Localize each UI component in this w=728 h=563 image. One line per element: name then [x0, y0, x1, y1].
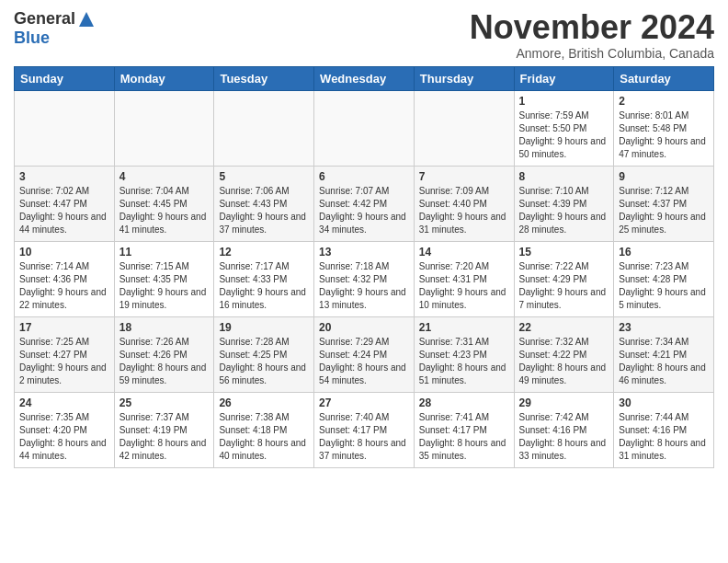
calendar-cell — [414, 90, 514, 166]
day-info: Sunrise: 7:40 AM Sunset: 4:17 PM Dayligh… — [319, 411, 409, 463]
day-number: 13 — [319, 246, 409, 259]
header-thursday: Thursday — [414, 66, 514, 90]
logo-blue-text: Blue — [14, 29, 50, 48]
calendar-cell: 10Sunrise: 7:14 AM Sunset: 4:36 PM Dayli… — [15, 241, 115, 316]
day-number: 16 — [619, 246, 709, 259]
calendar-cell: 22Sunrise: 7:32 AM Sunset: 4:22 PM Dayli… — [514, 316, 614, 392]
day-number: 30 — [619, 396, 709, 409]
header-saturday: Saturday — [614, 66, 714, 90]
logo-icon — [77, 10, 96, 29]
calendar-cell: 30Sunrise: 7:44 AM Sunset: 4:16 PM Dayli… — [614, 392, 714, 467]
day-number: 9 — [619, 170, 709, 183]
day-info: Sunrise: 7:28 AM Sunset: 4:25 PM Dayligh… — [219, 336, 309, 387]
calendar-cell: 23Sunrise: 7:34 AM Sunset: 4:21 PM Dayli… — [614, 316, 714, 392]
calendar-cell: 6Sunrise: 7:07 AM Sunset: 4:42 PM Daylig… — [314, 166, 415, 241]
day-number: 25 — [119, 396, 210, 409]
logo: General Blue — [14, 9, 96, 48]
svg-marker-0 — [79, 12, 94, 27]
calendar-cell: 20Sunrise: 7:29 AM Sunset: 4:24 PM Dayli… — [314, 316, 415, 392]
calendar-cell: 19Sunrise: 7:28 AM Sunset: 4:25 PM Dayli… — [214, 316, 314, 392]
day-number: 3 — [19, 170, 109, 183]
day-number: 1 — [519, 95, 609, 108]
calendar-cell: 12Sunrise: 7:17 AM Sunset: 4:33 PM Dayli… — [214, 241, 314, 316]
header-wednesday: Wednesday — [314, 66, 415, 90]
day-number: 8 — [519, 170, 609, 183]
day-number: 6 — [319, 170, 409, 183]
day-number: 24 — [19, 396, 109, 409]
calendar-cell: 15Sunrise: 7:22 AM Sunset: 4:29 PM Dayli… — [514, 241, 614, 316]
calendar-cell: 26Sunrise: 7:38 AM Sunset: 4:18 PM Dayli… — [214, 392, 314, 467]
day-info: Sunrise: 7:18 AM Sunset: 4:32 PM Dayligh… — [319, 260, 409, 312]
day-info: Sunrise: 7:37 AM Sunset: 4:19 PM Dayligh… — [119, 411, 210, 463]
calendar-table: Sunday Monday Tuesday Wednesday Thursday… — [14, 66, 714, 468]
calendar-cell: 11Sunrise: 7:15 AM Sunset: 4:35 PM Dayli… — [114, 241, 214, 316]
day-info: Sunrise: 7:34 AM Sunset: 4:21 PM Dayligh… — [619, 336, 709, 387]
day-number: 26 — [219, 396, 309, 409]
calendar-week-3: 10Sunrise: 7:14 AM Sunset: 4:36 PM Dayli… — [15, 241, 714, 316]
calendar-cell — [314, 90, 415, 166]
calendar-cell — [15, 90, 115, 166]
calendar-cell: 4Sunrise: 7:04 AM Sunset: 4:45 PM Daylig… — [114, 166, 214, 241]
calendar-week-4: 17Sunrise: 7:25 AM Sunset: 4:27 PM Dayli… — [15, 316, 714, 392]
day-number: 17 — [19, 321, 109, 334]
day-info: Sunrise: 7:44 AM Sunset: 4:16 PM Dayligh… — [619, 411, 709, 463]
header: General Blue November 2024 Anmore, Briti… — [14, 9, 714, 61]
day-info: Sunrise: 7:15 AM Sunset: 4:35 PM Dayligh… — [119, 260, 210, 312]
calendar-cell: 13Sunrise: 7:18 AM Sunset: 4:32 PM Dayli… — [314, 241, 415, 316]
calendar-cell: 25Sunrise: 7:37 AM Sunset: 4:19 PM Dayli… — [114, 392, 214, 467]
day-number: 4 — [119, 170, 210, 183]
calendar-cell: 8Sunrise: 7:10 AM Sunset: 4:39 PM Daylig… — [514, 166, 614, 241]
day-info: Sunrise: 7:59 AM Sunset: 5:50 PM Dayligh… — [519, 109, 609, 161]
calendar-cell: 17Sunrise: 7:25 AM Sunset: 4:27 PM Dayli… — [15, 316, 115, 392]
day-number: 23 — [619, 321, 709, 334]
day-info: Sunrise: 7:31 AM Sunset: 4:23 PM Dayligh… — [419, 336, 509, 387]
location: Anmore, British Columbia, Canada — [470, 46, 714, 61]
calendar-cell: 9Sunrise: 7:12 AM Sunset: 4:37 PM Daylig… — [614, 166, 714, 241]
day-info: Sunrise: 7:10 AM Sunset: 4:39 PM Dayligh… — [519, 185, 609, 236]
day-info: Sunrise: 7:20 AM Sunset: 4:31 PM Dayligh… — [419, 260, 509, 312]
day-info: Sunrise: 7:35 AM Sunset: 4:20 PM Dayligh… — [19, 411, 109, 463]
day-number: 7 — [419, 170, 509, 183]
calendar-cell — [214, 90, 314, 166]
calendar-cell: 2Sunrise: 8:01 AM Sunset: 5:48 PM Daylig… — [614, 90, 714, 166]
calendar-cell: 27Sunrise: 7:40 AM Sunset: 4:17 PM Dayli… — [314, 392, 415, 467]
title-area: November 2024 Anmore, British Columbia, … — [470, 9, 714, 61]
day-info: Sunrise: 7:42 AM Sunset: 4:16 PM Dayligh… — [519, 411, 609, 463]
calendar-cell: 7Sunrise: 7:09 AM Sunset: 4:40 PM Daylig… — [414, 166, 514, 241]
calendar-cell: 3Sunrise: 7:02 AM Sunset: 4:47 PM Daylig… — [15, 166, 115, 241]
calendar-cell: 18Sunrise: 7:26 AM Sunset: 4:26 PM Dayli… — [114, 316, 214, 392]
calendar-cell: 14Sunrise: 7:20 AM Sunset: 4:31 PM Dayli… — [414, 241, 514, 316]
day-info: Sunrise: 7:14 AM Sunset: 4:36 PM Dayligh… — [19, 260, 109, 312]
day-info: Sunrise: 7:07 AM Sunset: 4:42 PM Dayligh… — [319, 185, 409, 236]
page-container: General Blue November 2024 Anmore, Briti… — [0, 0, 728, 473]
calendar-week-1: 1Sunrise: 7:59 AM Sunset: 5:50 PM Daylig… — [15, 90, 714, 166]
day-number: 19 — [219, 321, 309, 334]
calendar-header-row: Sunday Monday Tuesday Wednesday Thursday… — [15, 66, 714, 90]
day-info: Sunrise: 7:26 AM Sunset: 4:26 PM Dayligh… — [119, 336, 210, 387]
day-info: Sunrise: 7:23 AM Sunset: 4:28 PM Dayligh… — [619, 260, 709, 312]
calendar-cell: 1Sunrise: 7:59 AM Sunset: 5:50 PM Daylig… — [514, 90, 614, 166]
day-info: Sunrise: 8:01 AM Sunset: 5:48 PM Dayligh… — [619, 109, 709, 161]
day-number: 11 — [119, 246, 210, 259]
day-info: Sunrise: 7:32 AM Sunset: 4:22 PM Dayligh… — [519, 336, 609, 387]
day-number: 12 — [219, 246, 309, 259]
day-info: Sunrise: 7:29 AM Sunset: 4:24 PM Dayligh… — [319, 336, 409, 387]
calendar-cell: 24Sunrise: 7:35 AM Sunset: 4:20 PM Dayli… — [15, 392, 115, 467]
calendar-cell: 5Sunrise: 7:06 AM Sunset: 4:43 PM Daylig… — [214, 166, 314, 241]
calendar-cell: 28Sunrise: 7:41 AM Sunset: 4:17 PM Dayli… — [414, 392, 514, 467]
header-tuesday: Tuesday — [214, 66, 314, 90]
day-info: Sunrise: 7:17 AM Sunset: 4:33 PM Dayligh… — [219, 260, 309, 312]
calendar-cell: 29Sunrise: 7:42 AM Sunset: 4:16 PM Dayli… — [514, 392, 614, 467]
day-number: 2 — [619, 95, 709, 108]
calendar-cell: 16Sunrise: 7:23 AM Sunset: 4:28 PM Dayli… — [614, 241, 714, 316]
day-info: Sunrise: 7:12 AM Sunset: 4:37 PM Dayligh… — [619, 185, 709, 236]
day-number: 5 — [219, 170, 309, 183]
day-info: Sunrise: 7:25 AM Sunset: 4:27 PM Dayligh… — [19, 336, 109, 387]
day-number: 20 — [319, 321, 409, 334]
day-info: Sunrise: 7:04 AM Sunset: 4:45 PM Dayligh… — [119, 185, 210, 236]
calendar-cell — [114, 90, 214, 166]
day-number: 21 — [419, 321, 509, 334]
day-number: 10 — [19, 246, 109, 259]
day-info: Sunrise: 7:09 AM Sunset: 4:40 PM Dayligh… — [419, 185, 509, 236]
calendar-week-5: 24Sunrise: 7:35 AM Sunset: 4:20 PM Dayli… — [15, 392, 714, 467]
